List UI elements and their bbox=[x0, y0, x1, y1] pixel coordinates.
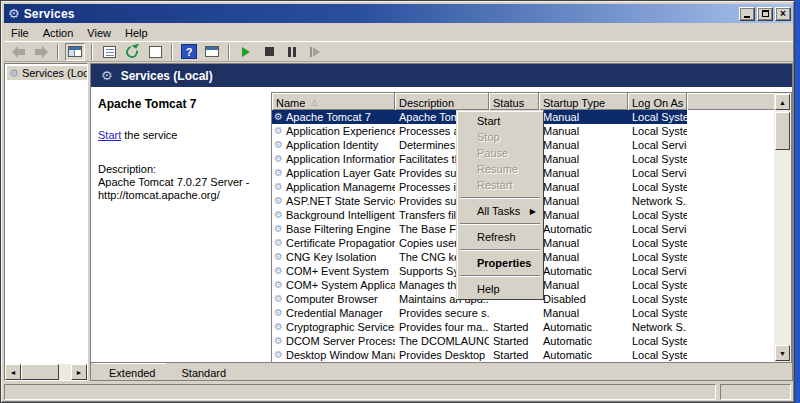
stop-service-button[interactable] bbox=[259, 43, 279, 61]
service-description: Description: Apache Tomcat 7.0.27 Server… bbox=[98, 163, 268, 202]
column-header-status[interactable]: Status bbox=[489, 93, 539, 110]
back-button[interactable] bbox=[8, 43, 28, 61]
column-header-description[interactable]: Description bbox=[395, 93, 489, 110]
context-menu-item-help[interactable]: Help bbox=[458, 281, 542, 297]
service-gear-icon: ⚙ bbox=[274, 140, 283, 150]
cell-description: Provides Desktop ... bbox=[395, 348, 489, 362]
cell-startup-type: Manual bbox=[539, 180, 628, 194]
column-header-log-on-as[interactable]: Log On As bbox=[628, 93, 687, 110]
cell-filler bbox=[687, 250, 774, 264]
back-arrow-icon bbox=[12, 46, 25, 58]
table-row[interactable]: ⚙Desktop Window Mana...Provides Desktop … bbox=[272, 348, 774, 362]
scroll-left-button[interactable]: ◄ bbox=[5, 364, 21, 380]
context-menu-item-refresh[interactable]: Refresh bbox=[458, 229, 542, 245]
cell-name: ⚙Cryptographic Services bbox=[272, 320, 395, 334]
cell-filler bbox=[687, 138, 774, 152]
tree-horizontal-scrollbar[interactable]: ◄ ► bbox=[5, 364, 87, 380]
scroll-down-button[interactable]: ▼ bbox=[775, 345, 790, 361]
service-name: Apache Tomcat 7 bbox=[286, 110, 371, 124]
cell-name: ⚙Base Filtering Engine bbox=[272, 222, 395, 236]
minimize-icon bbox=[744, 16, 750, 18]
cell-name: ⚙Background Intelligent ... bbox=[272, 208, 395, 222]
close-button[interactable]: × bbox=[775, 7, 791, 21]
cell-filler bbox=[687, 110, 774, 124]
pause-service-button[interactable] bbox=[282, 43, 302, 61]
cell-status: Started bbox=[489, 334, 539, 348]
column-header-name[interactable]: Name△ bbox=[272, 93, 395, 110]
context-menu-item-resume: Resume bbox=[458, 161, 542, 177]
forward-button[interactable] bbox=[31, 43, 51, 61]
service-name: Desktop Window Mana... bbox=[286, 348, 395, 362]
context-menu-item-pause: Pause bbox=[458, 145, 542, 161]
cell-startup-type: Automatic bbox=[539, 334, 628, 348]
sort-ascending-icon: △ bbox=[311, 98, 317, 107]
cell-startup-type: Manual bbox=[539, 166, 628, 180]
table-row[interactable]: ⚙Cryptographic ServicesProvides four ma.… bbox=[272, 320, 774, 334]
show-console-tree-button[interactable] bbox=[65, 43, 85, 61]
cell-startup-type: Automatic bbox=[539, 222, 628, 236]
cell-name: ⚙COM+ System Applicat... bbox=[272, 278, 395, 292]
refresh-icon bbox=[124, 43, 140, 59]
service-name: Credential Manager bbox=[286, 306, 383, 320]
cell-name: ⚙Application Layer Gate... bbox=[272, 166, 395, 180]
tab-extended[interactable]: Extended bbox=[93, 363, 171, 380]
menu-view[interactable]: View bbox=[80, 26, 118, 40]
table-row[interactable]: ⚙Credential ManagerProvides secure s...M… bbox=[272, 306, 774, 320]
cell-log-on-as: Local System bbox=[628, 278, 687, 292]
list-vertical-scrollbar[interactable]: ▲ ▼ bbox=[774, 93, 791, 362]
tab-label: Extended bbox=[109, 367, 155, 379]
title-bar[interactable]: ⚙ Services × bbox=[4, 4, 793, 23]
cell-name: ⚙Credential Manager bbox=[272, 306, 395, 320]
description-label: Description: bbox=[98, 163, 268, 176]
service-gear-icon: ⚙ bbox=[274, 126, 283, 136]
menu-action[interactable]: Action bbox=[36, 26, 81, 40]
cell-filler bbox=[687, 222, 774, 236]
scroll-up-button[interactable]: ▲ bbox=[775, 94, 790, 110]
cell-log-on-as: Local System bbox=[628, 250, 687, 264]
show-action-pane-button[interactable] bbox=[202, 43, 222, 61]
banner-title: Services (Local) bbox=[121, 69, 213, 83]
menu-help[interactable]: Help bbox=[118, 26, 155, 40]
scroll-right-button[interactable]: ► bbox=[71, 364, 87, 380]
cell-description: The DCOMLAUNC... bbox=[395, 334, 489, 348]
cell-filler bbox=[687, 264, 774, 278]
services-gear-icon: ⚙ bbox=[101, 68, 113, 83]
refresh-button[interactable] bbox=[122, 43, 142, 61]
scroll-thumb[interactable] bbox=[775, 112, 790, 150]
cell-name: ⚙Application Identity bbox=[272, 138, 395, 152]
context-menu-item-start[interactable]: Start bbox=[458, 113, 542, 129]
tree-item-label: Services (Local bbox=[22, 67, 88, 79]
context-menu-item-all-tasks[interactable]: All Tasks▶ bbox=[458, 203, 542, 219]
cell-filler bbox=[687, 334, 774, 348]
context-menu-item-properties[interactable]: Properties bbox=[458, 255, 542, 271]
forward-arrow-icon bbox=[35, 46, 48, 58]
help-button[interactable]: ? bbox=[179, 43, 199, 61]
cell-name: ⚙DCOM Server Process ... bbox=[272, 334, 395, 348]
service-gear-icon: ⚙ bbox=[274, 210, 283, 220]
cell-name: ⚙Application Experience bbox=[272, 124, 395, 138]
minimize-button[interactable] bbox=[739, 7, 755, 21]
cell-log-on-as: Local System bbox=[628, 348, 687, 362]
maximize-button[interactable] bbox=[757, 7, 773, 21]
cell-filler bbox=[687, 166, 774, 180]
status-panel-main bbox=[4, 384, 716, 400]
properties-button[interactable] bbox=[99, 43, 119, 61]
start-service-button[interactable] bbox=[236, 43, 256, 61]
service-name: COM+ System Applicat... bbox=[286, 278, 395, 292]
start-service-link[interactable]: Start bbox=[98, 129, 121, 141]
menu-file[interactable]: File bbox=[4, 26, 36, 40]
cell-filler bbox=[687, 292, 774, 306]
tree-item-services-local[interactable]: ⚙ Services (Local bbox=[7, 66, 88, 80]
console-tree-panel: ⚙ Services (Local ◄ ► bbox=[4, 63, 88, 381]
service-name: Certificate Propagation bbox=[286, 236, 395, 250]
cell-startup-type: Automatic bbox=[539, 320, 628, 334]
export-list-button[interactable] bbox=[145, 43, 165, 61]
tab-standard[interactable]: Standard bbox=[165, 363, 242, 380]
table-row[interactable]: ⚙DCOM Server Process ...The DCOMLAUNC...… bbox=[272, 334, 774, 348]
column-header-startup-type[interactable]: Startup Type bbox=[539, 93, 628, 110]
services-gear-icon: ⚙ bbox=[9, 68, 19, 79]
toolbar: ? bbox=[4, 41, 793, 62]
scroll-thumb[interactable] bbox=[21, 364, 59, 380]
service-name: ASP.NET State Service bbox=[286, 194, 395, 208]
restart-service-button[interactable] bbox=[305, 43, 325, 61]
